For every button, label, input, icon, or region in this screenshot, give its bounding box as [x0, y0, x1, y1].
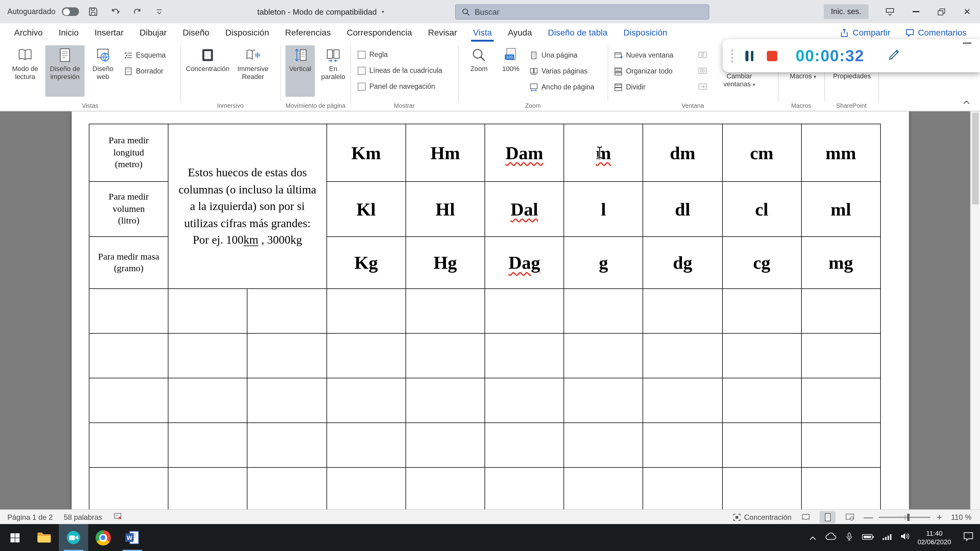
- empty-cell[interactable]: [485, 467, 564, 510]
- empty-cell[interactable]: [722, 333, 801, 378]
- reset-window-position-button[interactable]: [698, 81, 707, 93]
- empty-cell[interactable]: [722, 289, 801, 333]
- row-label-cell[interactable]: Para medirvolumen(litro): [89, 181, 168, 237]
- title-dropdown-icon[interactable]: ▾: [382, 9, 384, 14]
- empty-cell[interactable]: [326, 289, 406, 333]
- scrollbar-thumb[interactable]: [972, 113, 979, 205]
- empty-cell[interactable]: [801, 467, 880, 510]
- ribbon-display-options-button[interactable]: [877, 0, 903, 23]
- tray-show-hidden-icons-button[interactable]: [809, 532, 816, 543]
- empty-cell[interactable]: [485, 333, 564, 378]
- volume-tray-icon[interactable]: [900, 532, 910, 543]
- tab-dibujar[interactable]: Dibujar: [132, 23, 175, 41]
- unit-cell[interactable]: cl: [722, 181, 801, 237]
- empty-cell[interactable]: [564, 333, 643, 378]
- empty-cell[interactable]: [247, 378, 326, 423]
- empty-cell[interactable]: [643, 333, 722, 378]
- unit-cell[interactable]: dl: [643, 181, 722, 237]
- unit-cell[interactable]: cg: [722, 237, 801, 289]
- outline-view-button[interactable]: Esquema: [124, 49, 166, 61]
- view-side-by-side-button[interactable]: [698, 49, 707, 61]
- onedrive-tray-icon[interactable]: [824, 532, 837, 543]
- empty-cell[interactable]: [643, 289, 722, 333]
- empty-cell[interactable]: [722, 423, 801, 467]
- unit-cell[interactable]: dm: [643, 124, 722, 181]
- empty-cell[interactable]: [326, 378, 406, 423]
- microphone-tray-icon[interactable]: [845, 532, 854, 543]
- empty-cell[interactable]: [801, 289, 880, 333]
- empty-cell[interactable]: [168, 378, 247, 423]
- empty-cell[interactable]: [168, 423, 247, 467]
- unit-cell[interactable]: Km: [326, 124, 406, 181]
- empty-cell[interactable]: [485, 378, 564, 423]
- zoom-100-button[interactable]: 100 100%: [497, 45, 524, 97]
- empty-cell[interactable]: [801, 423, 880, 467]
- tab-archivo[interactable]: Archivo: [6, 23, 51, 41]
- empty-cell[interactable]: [89, 289, 168, 333]
- tab-revisar[interactable]: Revisar: [420, 23, 465, 41]
- pause-recording-button[interactable]: [745, 51, 753, 61]
- save-button[interactable]: [85, 4, 101, 20]
- print-layout-button[interactable]: Diseño de impresión: [45, 45, 84, 97]
- start-button[interactable]: [0, 524, 29, 551]
- empty-cell[interactable]: [89, 333, 168, 378]
- empty-cell[interactable]: [643, 467, 722, 510]
- screen-recorder-app-button[interactable]: [59, 524, 88, 551]
- empty-cell[interactable]: [326, 467, 406, 510]
- page-count[interactable]: Página 1 de 2: [7, 513, 52, 521]
- unit-cell[interactable]: Hl: [406, 181, 485, 237]
- print-layout-view-button[interactable]: [819, 511, 835, 523]
- unit-cell[interactable]: ml: [801, 181, 880, 237]
- empty-cell[interactable]: [326, 423, 406, 467]
- row-label-cell[interactable]: Para medir masa(gramo): [89, 237, 168, 289]
- side-to-side-button[interactable]: En paralelo: [317, 45, 349, 97]
- search-input[interactable]: [475, 7, 683, 16]
- unit-cell[interactable]: l: [564, 181, 643, 237]
- immersive-reader-button[interactable]: Immersive Reader: [234, 45, 272, 97]
- proofing-errors-button[interactable]: [113, 512, 123, 522]
- gridlines-checkbox[interactable]: Líneas de la cuadrícula: [358, 65, 442, 76]
- stop-recording-button[interactable]: [767, 51, 777, 61]
- unit-cell[interactable]: cm: [722, 124, 801, 181]
- tab-ayuda[interactable]: Ayuda: [500, 23, 540, 41]
- comments-button[interactable]: Comentarios: [897, 23, 974, 41]
- empty-cell[interactable]: [564, 467, 643, 510]
- vertical-movement-button[interactable]: Vertical: [285, 45, 315, 97]
- empty-cell[interactable]: [247, 333, 326, 378]
- tab-insertar[interactable]: Insertar: [87, 23, 132, 41]
- empty-cell[interactable]: [168, 289, 247, 333]
- unit-cell[interactable]: Dal: [485, 181, 564, 237]
- unit-cell[interactable]: Dam: [485, 124, 564, 181]
- unit-cell[interactable]: Dag: [485, 237, 564, 289]
- unit-cell[interactable]: Kg: [326, 237, 406, 289]
- network-tray-icon[interactable]: [882, 532, 892, 543]
- minimize-button[interactable]: [903, 0, 929, 23]
- draft-view-button[interactable]: Borrador: [124, 65, 164, 77]
- empty-cell[interactable]: [247, 423, 326, 467]
- tab-vista[interactable]: Vista: [465, 23, 500, 41]
- restore-button[interactable]: [929, 0, 954, 23]
- one-page-button[interactable]: Una página: [529, 49, 578, 61]
- tab-correspondencia[interactable]: Correspondencia: [339, 23, 420, 41]
- redo-button[interactable]: [129, 4, 145, 20]
- empty-cell[interactable]: [89, 423, 168, 467]
- page-width-button[interactable]: Ancho de página: [529, 81, 595, 93]
- chrome-button[interactable]: [88, 524, 118, 551]
- empty-cell[interactable]: [564, 289, 643, 333]
- unit-cell[interactable]: g: [564, 237, 643, 289]
- synchronous-scrolling-button[interactable]: [698, 65, 707, 77]
- tab-disposicion-tabla[interactable]: Disposición: [616, 23, 675, 41]
- empty-cell[interactable]: [564, 423, 643, 467]
- empty-cell[interactable]: [89, 467, 168, 510]
- annotation-pen-button[interactable]: [888, 48, 901, 64]
- search-box[interactable]: [455, 4, 709, 20]
- tab-diseno[interactable]: Diseño: [175, 23, 217, 41]
- zoom-in-button[interactable]: +: [937, 512, 942, 522]
- unit-cell[interactable]: mg: [801, 237, 880, 289]
- unit-cell[interactable]: dg: [643, 237, 722, 289]
- recorder-minimize-button[interactable]: [963, 42, 971, 44]
- zoom-slider[interactable]: [879, 511, 931, 523]
- tab-referencias[interactable]: Referencias: [277, 23, 339, 41]
- empty-cell[interactable]: [326, 333, 406, 378]
- empty-cell[interactable]: [643, 423, 722, 467]
